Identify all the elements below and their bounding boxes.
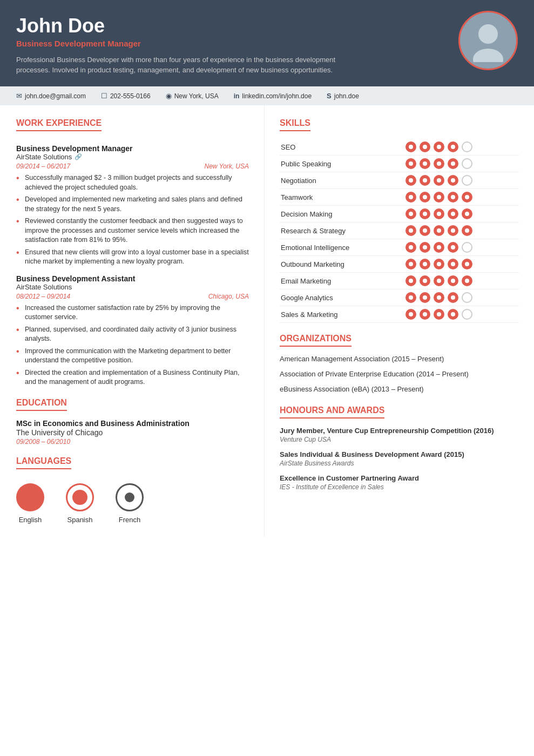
filled-dot — [405, 158, 416, 169]
main-content: WORK EXPERIENCE Business Development Man… — [0, 105, 534, 537]
skill-row-3: Teamwork — [280, 189, 519, 206]
language-english: English — [16, 483, 44, 524]
skill-name-0: SEO — [280, 139, 404, 156]
language-french: French — [116, 483, 144, 524]
french-label: French — [119, 516, 140, 524]
filled-dot — [420, 259, 430, 269]
spanish-label: Spanish — [67, 516, 93, 524]
skill-name-10: Sales & Marketing — [280, 306, 404, 323]
edu-dates: 09/2008 – 06/2010 — [16, 438, 249, 446]
job-1-bullet-2: Developed and implemented new marketing … — [16, 195, 249, 214]
work-experience-section: WORK EXPERIENCE Business Development Man… — [16, 118, 249, 387]
filled-dot — [462, 225, 472, 236]
right-column: SKILLS SEOPublic SpeakingNegotiationTeam… — [265, 105, 534, 537]
skill-row-4: Decision Making — [280, 206, 519, 222]
filled-dot — [448, 175, 458, 186]
filled-dot — [434, 175, 444, 186]
filled-dot — [434, 292, 444, 303]
filled-dot — [420, 225, 430, 236]
filled-dot — [420, 208, 430, 219]
organizations-title: ORGANIZATIONS — [280, 334, 352, 347]
honour-item-2: Sales Individual & Business Development … — [280, 450, 519, 467]
honour-item-3: Excellence in Customer Partnering Award … — [280, 474, 519, 491]
profile-photo — [458, 11, 518, 70]
french-circle — [116, 483, 144, 511]
skill-name-5: Research & Strategy — [280, 222, 404, 239]
skill-row-0: SEO — [280, 139, 519, 156]
job-1-company: AirState Solutions 🔗 — [16, 153, 249, 161]
svg-point-0 — [478, 24, 498, 44]
location-icon: ◉ — [166, 92, 172, 100]
filled-dot — [448, 275, 458, 286]
filled-dot — [448, 292, 458, 303]
honour-3-subtitle: IES - Institute of Excellence in Sales — [280, 483, 519, 491]
skill-dots-1 — [404, 156, 519, 172]
empty-dot — [462, 292, 472, 303]
edu-school: The University of Chicago — [16, 428, 249, 437]
skill-dots-3 — [404, 189, 519, 206]
empty-dot — [462, 175, 472, 186]
skill-dots-6 — [404, 239, 519, 256]
job-2: Business Development Assistant AirState … — [16, 274, 249, 387]
skill-name-4: Decision Making — [280, 206, 404, 222]
skill-dots-7 — [404, 256, 519, 273]
skill-row-7: Outbound Marketing — [280, 256, 519, 273]
job-2-bullet-1: Increased the customer satisfaction rate… — [16, 303, 249, 322]
job-1: Business Development Manager AirState So… — [16, 144, 249, 267]
skill-dots-10 — [404, 306, 519, 323]
filled-dot — [448, 158, 458, 169]
contact-skype: S john.doe — [327, 92, 359, 100]
org-item-3: eBusiness Association (eBA) (2013 – Pres… — [280, 384, 519, 394]
languages-title: LANGUAGES — [16, 456, 71, 469]
filled-dot — [434, 225, 444, 236]
contact-location: ◉ New York, USA — [166, 92, 219, 100]
english-label: English — [19, 516, 42, 524]
honours-title: HONOURS AND AWARDS — [280, 406, 384, 418]
filled-dot — [420, 158, 430, 169]
filled-dot — [420, 175, 430, 186]
skill-dots-9 — [404, 289, 519, 306]
contact-linkedin: in linkedin.com/in/john.doe — [234, 92, 312, 100]
filled-dot — [434, 242, 444, 253]
filled-dot — [420, 309, 430, 320]
filled-dot — [405, 309, 416, 320]
email-icon: ✉ — [16, 92, 22, 100]
job-2-bullets: Increased the customer satisfaction rate… — [16, 303, 249, 387]
filled-dot — [434, 158, 444, 169]
filled-dot — [448, 208, 458, 219]
skype-icon: S — [327, 92, 332, 100]
filled-dot — [405, 292, 416, 303]
filled-dot — [405, 242, 416, 253]
contact-bar: ✉ john.doe@gmail.com ☐ 202-555-0166 ◉ Ne… — [0, 86, 534, 105]
education-title: EDUCATION — [16, 398, 67, 411]
filled-dot — [434, 309, 444, 320]
honour-2-subtitle: AirState Business Awards — [280, 460, 519, 467]
skill-row-1: Public Speaking — [280, 156, 519, 172]
filled-dot — [462, 208, 472, 219]
skill-dots-0 — [404, 139, 519, 156]
filled-dot — [448, 259, 458, 269]
contact-email: ✉ john.doe@gmail.com — [16, 92, 86, 100]
contact-phone: ☐ 202-555-0166 — [101, 92, 151, 100]
filled-dot — [434, 192, 444, 202]
spanish-circle — [66, 483, 94, 511]
org-item-1: American Management Association (2015 – … — [280, 354, 519, 364]
filled-dot — [462, 192, 472, 202]
job-1-bullet-4: Ensured that new clients will grow into … — [16, 248, 249, 267]
filled-dot — [420, 242, 430, 253]
honour-1-subtitle: Venture Cup USA — [280, 436, 519, 443]
skill-row-9: Google Analytics — [280, 289, 519, 306]
job-1-bullets: Successfully managed $2 - 3 million budg… — [16, 173, 249, 267]
filled-dot — [420, 141, 430, 152]
skill-dots-4 — [404, 206, 519, 222]
honour-1-title: Jury Member, Venture Cup Entrepreneurshi… — [280, 426, 519, 436]
edu-degree: MSc in Economics and Business Administra… — [16, 418, 249, 428]
skill-name-6: Emotional Intelligence — [280, 239, 404, 256]
filled-dot — [448, 242, 458, 253]
job-2-bullet-2: Planned, supervised, and coordinated dai… — [16, 325, 249, 344]
languages-circles: English Spanish French — [16, 483, 249, 524]
job-1-bullet-3: Reviewed constantly the customer feedbac… — [16, 217, 249, 245]
skills-section: SKILLS SEOPublic SpeakingNegotiationTeam… — [280, 118, 519, 323]
job-1-title: Business Development Manager — [16, 144, 249, 153]
filled-dot — [434, 208, 444, 219]
